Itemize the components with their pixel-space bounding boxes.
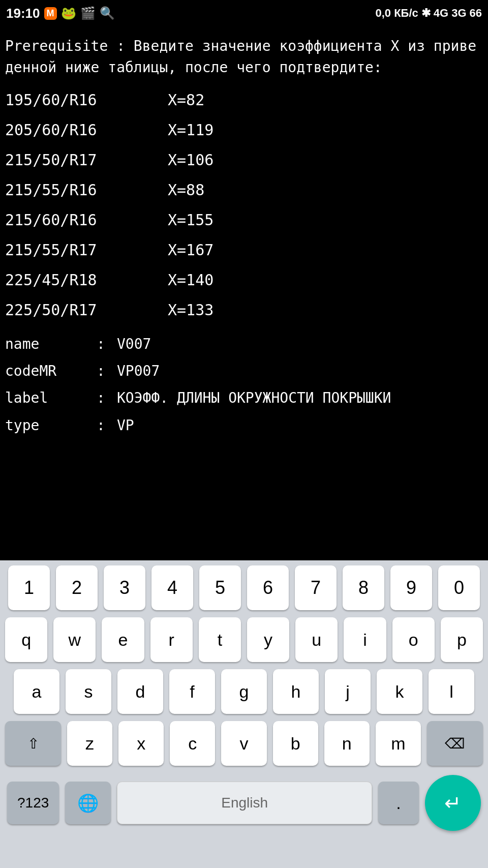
table-row: 225/45/R18 X=140 [5,268,483,291]
keyboard-row3: ⇧ zxcvbnm ⌫ [0,721,488,766]
table-row: 205/60/R16 X=119 [5,118,483,141]
tire-size: 215/55/R17 [5,238,168,261]
tire-table: 195/60/R16 X=82 205/60/R16 X=119 215/50/… [5,88,483,321]
key-h[interactable]: h [273,669,319,714]
meta-val: VP007 [117,357,160,384]
key-s[interactable]: s [66,669,111,714]
sym-key[interactable]: ?123 [7,782,59,824]
bluetooth-icon: ✱ [421,7,431,20]
time-display: 19:10 [6,6,40,21]
key-1[interactable]: 1 [8,565,50,610]
key-7[interactable]: 7 [295,565,337,610]
key-2[interactable]: 2 [56,565,98,610]
key-d[interactable]: d [117,669,163,714]
meta-row: label : КОЭФФ. ДЛИНЫ ОКРУЖНОСТИ ПОКРЫШКИ [5,384,483,411]
battery-indicator: 66 [470,7,482,20]
key-c[interactable]: c [170,721,215,766]
key-a[interactable]: a [14,669,59,714]
signal-4g: 4G [434,7,448,20]
enter-key[interactable]: ↵ [425,775,481,831]
key-u[interactable]: u [295,617,338,662]
key-n[interactable]: n [324,721,370,766]
tire-x-value: X=119 [168,118,214,141]
key-m[interactable]: m [376,721,421,766]
backspace-icon: ⌫ [445,735,465,752]
table-row: 195/60/R16 X=82 [5,88,483,111]
status-bar: 19:10 M 🐸 🎬 🔍 0,0 КБ/с ✱ 4G 3G 66 [0,0,488,26]
tire-x-value: X=133 [168,298,214,321]
key-l[interactable]: l [429,669,474,714]
meta-key: name [5,331,97,357]
key-3[interactable]: 3 [104,565,145,610]
space-label: English [221,795,268,811]
key-y[interactable]: y [247,617,289,662]
key-j[interactable]: j [325,669,371,714]
tire-size: 225/50/R17 [5,298,168,321]
keyboard-bottom-left: ?123 🌐 [7,782,111,824]
key-w[interactable]: w [53,617,96,662]
key-g[interactable]: g [221,669,267,714]
tire-size: 215/55/R16 [5,178,168,201]
mi-icon: M [44,7,57,20]
status-left: 19:10 M 🐸 🎬 🔍 [6,6,115,21]
period-label: . [396,793,401,813]
key-8[interactable]: 8 [343,565,384,610]
status-right: 0,0 КБ/с ✱ 4G 3G 66 [376,7,482,20]
key-t[interactable]: t [199,617,241,662]
key-p[interactable]: p [441,617,483,662]
tire-x-value: X=106 [168,148,214,171]
table-row: 215/60/R16 X=155 [5,208,483,231]
backspace-key[interactable]: ⌫ [427,721,483,766]
meta-sep: : [97,331,117,357]
shift-icon: ⇧ [27,735,39,752]
key-b[interactable]: b [273,721,318,766]
prerequisite-title: Prerequisite : Введите значение коэффици… [5,36,483,78]
data-speed: 0,0 КБ/с [376,7,418,20]
tire-size: 225/45/R18 [5,268,168,291]
tire-x-value: X=167 [168,238,214,261]
enter-icon: ↵ [444,791,462,815]
meta-row: name : V007 [5,331,483,357]
key-e[interactable]: e [102,617,144,662]
meta-key: type [5,412,97,439]
key-i[interactable]: i [344,617,386,662]
search-icon: 🔍 [100,6,115,20]
table-row: 215/55/R17 X=167 [5,238,483,261]
keyboard-row2: asdfghjkl [0,669,488,714]
key-6[interactable]: 6 [247,565,289,610]
key-k[interactable]: k [377,669,422,714]
camera-icon: 🎬 [80,6,96,20]
sym-label: ?123 [17,795,49,811]
key-f[interactable]: f [169,669,215,714]
table-row: 215/50/R17 X=106 [5,148,483,171]
tire-size: 215/50/R17 [5,148,168,171]
tire-x-value: X=155 [168,208,214,231]
period-key[interactable]: . [378,782,419,824]
key-o[interactable]: o [392,617,435,662]
meta-sep: : [97,412,117,439]
tire-size: 215/60/R16 [5,208,168,231]
key-v[interactable]: v [221,721,266,766]
shift-key[interactable]: ⇧ [5,721,61,766]
signal-3g: 3G [451,7,466,20]
key-4[interactable]: 4 [151,565,193,610]
globe-icon: 🌐 [77,793,99,813]
globe-key[interactable]: 🌐 [65,782,111,824]
key-x[interactable]: x [118,721,164,766]
key-5[interactable]: 5 [199,565,241,610]
key-z[interactable]: z [67,721,112,766]
meta-val: КОЭФФ. ДЛИНЫ ОКРУЖНОСТИ ПОКРЫШКИ [117,384,391,411]
key-0[interactable]: 0 [438,565,480,610]
key-q[interactable]: q [5,617,47,662]
keyboard-bottom-row: ?123 🌐 English . ↵ [0,775,488,831]
key-9[interactable]: 9 [390,565,432,610]
space-key[interactable]: English [117,782,372,824]
meta-val: V007 [117,331,151,357]
table-row: 215/55/R16 X=88 [5,178,483,201]
meta-sep: : [97,357,117,384]
tire-x-value: X=88 [168,178,204,201]
tire-x-value: X=82 [168,88,204,111]
meta-row: type : VP [5,412,483,439]
key-r[interactable]: r [150,617,193,662]
meta-val: VP [117,412,134,439]
